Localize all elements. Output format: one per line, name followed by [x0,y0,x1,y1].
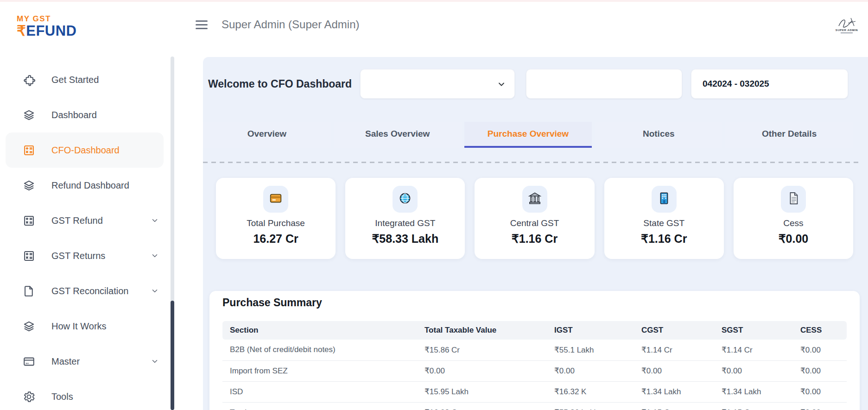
stat-icon-box [393,186,418,213]
stat-value: ₹1.16 Cr [604,232,724,246]
table-cell: ₹1.14 Cr [714,340,793,360]
table-cell: ₹1.14 Cr [634,340,714,360]
stamp-text: SUPER ADMIN [832,29,862,32]
sidebar-item-label: Refund Dashboard [51,180,129,191]
chevron-down-icon [151,357,159,366]
layers-icon [22,179,36,192]
vertical-scrollbar-thumb[interactable] [171,301,174,410]
main-panel: Welcome to CFO Dashboard 042024 - 032025… [203,57,868,410]
table-cell: ₹16.32 K [547,381,634,402]
table-cell: ₹0.00 [634,360,714,381]
stat-card-state-gst: State GST₹1.16 Cr [604,178,724,259]
table-cell: ₹0.00 [547,360,634,381]
stat-card-integrated-gst: Integrated GST₹58.33 Lakh [345,178,465,259]
stat-value: ₹1.16 Cr [475,232,594,246]
purchase-summary-card: Purchase Summary SectionTotal Taxable Va… [209,291,860,410]
brand-logo-bottom: ₹EFUND [17,24,77,38]
sidebar: Get StartedDashboardCFO-DashboardRefund … [0,56,169,410]
sidebar-item-cfo-dashboard[interactable]: CFO-Dashboard [6,132,164,168]
secondary-select[interactable] [526,69,682,99]
sidebar-item-dashboard[interactable]: Dashboard [0,97,169,132]
credit-card-outline-icon [22,355,36,368]
sidebar-item-tools[interactable]: Tools [0,379,169,410]
brand-logo-top: MY GST [17,15,77,23]
stat-label: Cess [734,218,853,228]
sidebar-item-label: CFO-Dashboard [51,145,120,156]
sidebar-item-label: Dashboard [51,110,97,120]
signature-icon [834,17,859,29]
sidebar-item-how-it-works[interactable]: How It Works [0,309,169,344]
table-cell: B2B (Net of credit/debit notes) [222,340,417,360]
brand-logo-name: EFUND [26,23,76,39]
sidebar-item-label: How It Works [51,321,107,332]
layers-icon [22,320,36,333]
layers-icon [22,108,36,122]
tab-other-details[interactable]: Other Details [725,122,853,148]
sidebar-item-label: GST Returns [51,251,105,261]
sidebar-item-gst-reconcilation[interactable]: GST Reconcilation [0,273,169,309]
welcome-row: Welcome to CFO Dashboard 042024 - 032025 [208,69,848,99]
table-cell: ₹1.15 Cr [634,402,714,410]
stat-icon-box [781,186,806,213]
stat-value: 16.27 Cr [216,232,336,246]
calculator-icon [22,144,36,157]
stat-label: State GST [604,218,724,228]
tab-overview[interactable]: Overview [203,122,331,148]
table-cell: ₹0.00 [793,381,847,402]
brand-logo[interactable]: MY GST ₹EFUND [17,15,77,38]
user-signature-stamp[interactable]: SUPER ADMIN [832,17,862,33]
period-input[interactable]: 042024 - 032025 [691,69,848,99]
hamburger-menu-icon[interactable] [196,20,208,30]
stat-cards-row: Total Purchase16.27 CrIntegrated GST₹58.… [216,178,853,259]
rupee-icon: ₹ [17,23,26,39]
sidebar-item-refund-dashboard[interactable]: Refund Dashboard [0,168,169,203]
table-cell: ₹1.34 Lakh [714,381,793,402]
stat-icon-box [652,186,677,213]
table-cell: ₹15.86 Cr [417,340,547,360]
bank-icon [528,191,542,207]
stat-label: Total Purchase [216,218,336,228]
table-row: ISD₹15.95 Lakh₹16.32 K₹1.34 Lakh₹1.34 La… [222,381,847,402]
sidebar-item-label: GST Reconcilation [51,286,128,296]
stat-card-central-gst: Central GST₹1.16 Cr [475,178,594,259]
table-cell: ₹0.00 [417,360,547,381]
building-icon [657,191,671,207]
dashed-separator [203,162,861,163]
file-icon [22,284,36,298]
sidebar-item-master[interactable]: Master [0,344,169,379]
company-select[interactable] [360,69,515,99]
table-cell: Import from SEZ [222,360,417,381]
tab-sales-overview[interactable]: Sales Overview [334,122,462,148]
stat-card-cess: Cess₹0.00 [734,178,853,259]
column-header-igst: IGST [547,321,634,340]
credit-card-icon [269,191,283,207]
stat-label: Central GST [475,218,594,228]
vertical-scrollbar-track[interactable] [171,57,174,410]
table-cell: ISD [222,381,417,402]
table-cell: ₹0.00 [793,360,847,381]
tab-notices[interactable]: Notices [595,122,722,148]
table-header-row: SectionTotal Taxable ValueIGSTCGSTSGSTCE… [222,321,847,340]
column-header-cess: CESS [793,321,847,340]
stat-icon-box [263,186,288,213]
stat-card-total-purchase: Total Purchase16.27 Cr [216,178,336,259]
table-cell: ₹0.00 [714,360,793,381]
stat-value: ₹0.00 [734,232,853,246]
chevron-down-icon [151,216,159,225]
table-cell: ₹0.00 [793,340,847,360]
tab-purchase-overview[interactable]: Purchase Overview [464,122,592,148]
globe-icon [398,191,412,207]
sidebar-item-gst-returns[interactable]: GST Returns [0,238,169,273]
column-header-sgst: SGST [714,321,793,340]
sidebar-item-gst-refund[interactable]: GST Refund [0,203,169,238]
table-row: Import from SEZ₹0.00₹0.00₹0.00₹0.00₹0.00 [222,360,847,381]
page-title: Welcome to CFO Dashboard [208,78,360,90]
sidebar-item-get-started[interactable]: Get Started [0,62,169,97]
puzzle-icon [22,73,36,87]
gear-icon [22,390,36,404]
calculator-icon [22,249,36,263]
period-value: 042024 - 032025 [703,79,769,89]
table-cell: ₹55.1 Lakh [547,340,634,360]
stamp-subtext-line [841,32,853,33]
column-header-section: Section [222,321,417,340]
